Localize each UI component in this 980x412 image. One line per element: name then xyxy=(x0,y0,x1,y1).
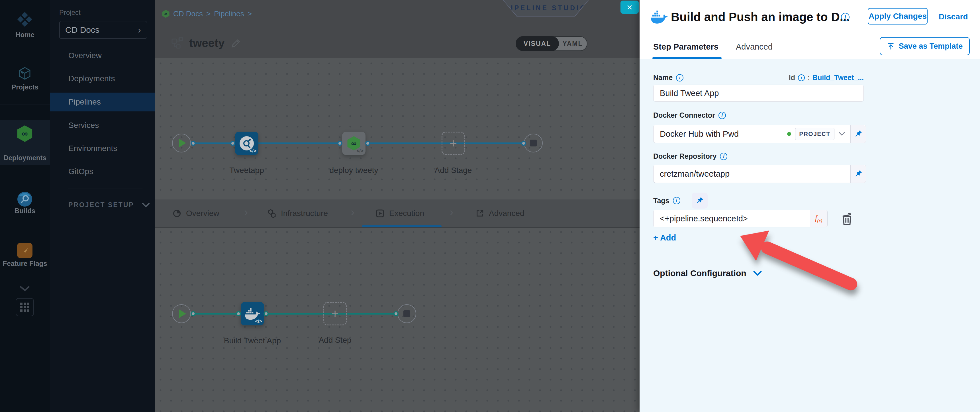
module-grid-icon[interactable] xyxy=(16,298,34,316)
projects-cube-icon[interactable] xyxy=(18,66,32,81)
sidebar-item-services[interactable]: Services xyxy=(50,116,155,135)
tab-separator: › xyxy=(351,206,355,218)
info-icon[interactable]: i xyxy=(676,74,683,81)
project-selector[interactable]: CD Docs › xyxy=(59,21,147,39)
graph-port xyxy=(521,141,526,146)
connector-pin-button[interactable] xyxy=(850,126,866,143)
connector-status-dot xyxy=(787,132,791,136)
project-selector-value: CD Docs xyxy=(65,25,99,35)
visual-yaml-toggle[interactable]: VISUAL YAML xyxy=(515,36,587,51)
step-panel-header: Build and Push an image to D... i Apply … xyxy=(640,0,980,34)
stage-node-deploy-tweety[interactable]: ∞ </> xyxy=(342,132,366,155)
project-sidebar: Project CD Docs › Overview Deployments P… xyxy=(50,0,155,412)
add-stage-label: Add Stage xyxy=(425,166,482,175)
info-icon[interactable]: i xyxy=(720,153,727,160)
tag-value-field[interactable]: <+pipeline.sequenceId> f(x) xyxy=(653,210,827,227)
module-item-deployments[interactable]: Deployments xyxy=(0,154,50,162)
stage-label-deploy-tweety: deploy tweety xyxy=(320,166,388,175)
breadcrumb-pipelines-link[interactable]: Pipelines xyxy=(214,10,244,18)
id-colon: : xyxy=(808,73,810,82)
tab-step-advanced[interactable]: Advanced xyxy=(736,42,773,52)
docker-repository-label: Docker Repository xyxy=(653,152,716,161)
project-setup-toggle[interactable]: PROJECT SETUP xyxy=(68,201,150,209)
stage-graph-end-node xyxy=(524,134,543,153)
sidebar-item-deployments[interactable]: Deployments xyxy=(50,69,155,88)
info-icon[interactable]: i xyxy=(841,13,850,21)
sidebar-item-pipelines[interactable]: Pipelines xyxy=(50,92,155,111)
stage-node-tweetapp[interactable]: </> xyxy=(235,132,258,155)
home-icon[interactable] xyxy=(17,11,33,27)
docker-whale-icon xyxy=(651,10,668,24)
play-icon xyxy=(179,309,186,318)
overview-icon xyxy=(172,209,181,218)
pipeline-studio-badge-label: PIPELINE STUDIO xyxy=(503,0,588,16)
plus-icon: + xyxy=(331,307,339,321)
code-icon: </> xyxy=(356,148,364,154)
discard-button[interactable]: Discard xyxy=(939,12,968,21)
delete-tag-button[interactable] xyxy=(839,211,855,227)
repository-pin-button[interactable] xyxy=(850,165,866,183)
feature-flags-icon[interactable] xyxy=(17,243,32,258)
modules-chevron-down-icon[interactable] xyxy=(20,286,30,292)
tab-infrastructure[interactable]: Infrastructure xyxy=(267,199,328,227)
sidebar-item-overview[interactable]: Overview xyxy=(50,46,155,65)
info-icon[interactable]: i xyxy=(673,197,680,204)
step-panel-tabs: Step Parameters Advanced Save as Templat… xyxy=(640,34,980,59)
pipeline-name: tweety xyxy=(189,37,225,49)
add-step-label: Add Step xyxy=(301,336,369,345)
pipeline-canvas[interactable] xyxy=(155,58,640,412)
breadcrumb-sep: > xyxy=(206,10,210,18)
info-icon[interactable]: i xyxy=(719,112,726,119)
module-item-projects[interactable]: Projects xyxy=(0,83,50,91)
execution-start-node xyxy=(172,304,191,323)
close-panel-button[interactable]: × xyxy=(620,0,639,14)
info-icon[interactable]: i xyxy=(798,74,805,81)
infrastructure-icon xyxy=(267,209,276,218)
stop-icon xyxy=(403,310,410,317)
add-step-button[interactable]: + xyxy=(323,302,347,325)
breadcrumb-project-link[interactable]: CD Docs xyxy=(173,10,203,18)
play-icon xyxy=(179,139,186,147)
advanced-icon xyxy=(475,209,484,218)
name-label: Name xyxy=(653,73,673,82)
toggle-visual[interactable]: VISUAL xyxy=(515,36,559,51)
execution-end-node xyxy=(398,304,416,323)
step-id-value[interactable]: Build_Tweet_... xyxy=(813,73,864,82)
scope-badge: PROJECT xyxy=(795,128,834,140)
module-item-builds[interactable]: Builds xyxy=(0,207,50,215)
active-tab-underline xyxy=(362,225,442,227)
name-input[interactable] xyxy=(653,84,864,102)
stage-label-tweetapp: Tweetapp xyxy=(218,166,275,175)
pin-icon xyxy=(854,130,862,138)
sidebar-item-gitops[interactable]: GitOps xyxy=(50,162,155,181)
docker-repository-field[interactable]: cretzman/tweetapp xyxy=(653,165,866,183)
tab-overview[interactable]: Overview xyxy=(172,199,220,227)
builds-ci-icon[interactable] xyxy=(17,191,32,207)
pipeline-studio-screen: Home Projects ∞ Deployments Builds Featu… xyxy=(0,0,980,412)
code-icon: </> xyxy=(255,318,262,324)
add-tag-link[interactable]: + Add xyxy=(653,233,676,242)
save-as-template-button[interactable]: Save as Template xyxy=(880,37,970,55)
tab-execution[interactable]: Execution xyxy=(375,199,424,227)
module-item-home[interactable]: Home xyxy=(0,31,50,39)
edit-pencil-icon[interactable] xyxy=(230,37,242,49)
tab-step-parameters[interactable]: Step Parameters xyxy=(653,42,719,52)
project-setup-label: PROJECT SETUP xyxy=(68,201,134,209)
tags-pin-button[interactable] xyxy=(692,192,708,208)
module-item-feature-flags[interactable]: Feature Flags xyxy=(0,259,50,267)
expression-fx-button[interactable]: f(x) xyxy=(810,210,827,227)
docker-connector-select[interactable]: Docker Hub with Pwd PROJECT xyxy=(653,125,866,143)
fx-icon: f(x) xyxy=(815,214,822,223)
execution-graph-edge xyxy=(191,313,398,315)
optional-configuration-toggle[interactable]: Optional Configuration xyxy=(653,269,762,278)
apply-changes-button[interactable]: Apply Changes xyxy=(868,8,928,24)
chevron-down-icon[interactable] xyxy=(838,132,845,136)
step-node-build-tweet-app[interactable]: </> xyxy=(241,302,264,325)
sidebar-item-environments[interactable]: Environments xyxy=(50,139,155,158)
toggle-yaml[interactable]: YAML xyxy=(558,37,587,51)
graph-port xyxy=(337,141,342,146)
tab-advanced[interactable]: Advanced xyxy=(475,199,525,227)
stage-graph-start-node xyxy=(172,134,191,153)
graph-port xyxy=(365,141,370,146)
add-stage-button[interactable]: + xyxy=(442,132,465,155)
